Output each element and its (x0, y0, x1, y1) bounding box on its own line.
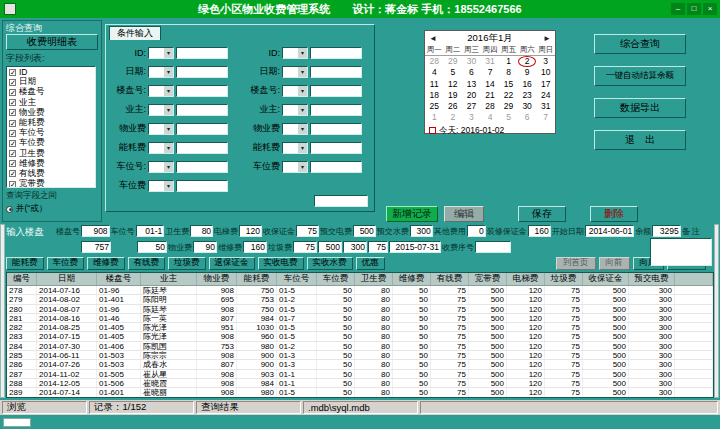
fee-button[interactable]: 实收电费 (258, 257, 304, 270)
operator-combo[interactable]: ▾ (148, 180, 174, 192)
operator-combo[interactable]: ▾ (282, 104, 308, 116)
fee-button[interactable]: 垃圾费 (168, 257, 206, 270)
condition-input[interactable] (310, 47, 362, 59)
calendar-day[interactable]: 25 (425, 101, 444, 112)
join-mode-radio[interactable]: 并(“或） (3, 202, 101, 216)
operator-combo[interactable]: ▾ (148, 123, 174, 135)
table-row[interactable]: 2852014-06-1101-503陈宗宗90890001-350805075… (7, 351, 713, 360)
calendar-day[interactable]: 16 (518, 79, 537, 90)
table-row[interactable]: 2822014-08-2501-405陈光泽951103001-55080507… (7, 323, 713, 332)
calendar-day[interactable]: 29 (499, 101, 518, 112)
condition-input[interactable] (310, 161, 362, 173)
calendar-day[interactable]: 28 (481, 101, 500, 112)
field-checkbox-list[interactable]: ✓ID✓日期✓楼盘号✓业主✓物业费✓能耗费✓车位号✓车位费✓卫生费✓维修费✓有线… (6, 66, 96, 188)
fee-button[interactable]: 有线费 (128, 257, 166, 270)
right-scrollbar[interactable] (714, 224, 719, 398)
condition-input[interactable] (310, 66, 362, 78)
condition-input[interactable] (176, 180, 228, 192)
fee-input[interactable]: 75 (293, 241, 317, 253)
calendar-day[interactable]: 24 (536, 90, 555, 101)
condition-input[interactable] (176, 142, 228, 154)
calendar-day[interactable]: 27 (462, 101, 481, 112)
calendar-day[interactable]: 30 (518, 101, 537, 112)
operator-combo[interactable]: ▾ (282, 161, 308, 173)
fee-input[interactable]: 3295 (652, 225, 681, 237)
operator-combo[interactable]: ▾ (282, 85, 308, 97)
calendar-today-row[interactable]: 今天: 2016-01-02 (425, 124, 555, 138)
operator-combo[interactable]: ▾ (148, 104, 174, 116)
operator-combo[interactable]: ▾ (148, 85, 174, 97)
fee-input[interactable]: 908 (81, 225, 110, 237)
calendar-day[interactable]: 30 (462, 56, 481, 67)
calendar-day[interactable]: 1 (499, 56, 518, 67)
calendar-day[interactable]: 9 (518, 67, 537, 78)
table-body[interactable]: 2782014-07-1601-96陈廷琴90875001-5508050755… (7, 286, 713, 398)
calendar-day[interactable]: 4 (481, 112, 500, 123)
fee-input[interactable]: 01-1 (136, 225, 165, 237)
table-row[interactable]: 2892014-07-1401-601崔晓丽90898001-550805075… (7, 388, 713, 397)
operator-combo[interactable]: ▾ (282, 47, 308, 59)
calendar-day[interactable]: 13 (462, 79, 481, 90)
condition-input[interactable] (176, 123, 228, 135)
left-scrollbar[interactable] (0, 224, 5, 398)
calendar-day[interactable]: 22 (499, 90, 518, 101)
calendar-day[interactable]: 7 (481, 67, 500, 78)
calendar-day[interactable]: 11 (425, 79, 444, 90)
calendar-day[interactable]: 29 (444, 56, 463, 67)
calendar-day[interactable]: 14 (481, 79, 500, 90)
calendar-day[interactable]: 5 (499, 112, 518, 123)
calendar-day[interactable]: 5 (444, 67, 463, 78)
calendar-day[interactable]: 10 (536, 67, 555, 78)
save-button[interactable]: 保存 (518, 206, 566, 222)
calendar-day[interactable]: 2 (444, 112, 463, 123)
calendar-day[interactable]: 6 (462, 67, 481, 78)
calendar-day[interactable]: 26 (444, 101, 463, 112)
operator-combo[interactable]: ▾ (148, 142, 174, 154)
table-row[interactable]: 2842014-07-3001-406陈凯国75398001-250805075… (7, 342, 713, 351)
fee-input[interactable]: 300 (343, 241, 367, 253)
fee-input[interactable]: 0 (467, 225, 486, 237)
add-record-button[interactable]: 新增记录 (386, 206, 438, 222)
fee-button[interactable]: 退保证金 (209, 257, 255, 270)
calendar-day[interactable]: 18 (425, 90, 444, 101)
table-row[interactable]: 2882014-12-0501-506崔晓霞90898401-150805075… (7, 379, 713, 388)
calendar-day[interactable]: 6 (518, 112, 537, 123)
table-row[interactable]: 2792014-08-0201-401陈阳明69575301-250805075… (7, 295, 713, 304)
fee-input[interactable]: 75 (296, 225, 319, 237)
prev-record-button[interactable]: 向前 (599, 257, 630, 270)
condition-input[interactable] (176, 161, 228, 173)
minimize-button[interactable]: – (671, 3, 685, 15)
fee-button[interactable]: 能耗费 (6, 257, 44, 270)
condition-input[interactable] (176, 47, 228, 59)
calendar-day[interactable]: 8 (499, 67, 518, 78)
edit-button[interactable]: 编辑 (444, 206, 484, 222)
table-row[interactable]: 2802014-08-0701-96陈廷琴90875001-5508050755… (7, 305, 713, 314)
calendar-day[interactable]: 3 (462, 112, 481, 123)
calendar-day[interactable]: 4 (425, 67, 444, 78)
condition-input[interactable] (310, 85, 362, 97)
calendar-day[interactable]: 7 (536, 112, 555, 123)
condition-input[interactable] (310, 142, 362, 154)
fee-button[interactable]: 优惠 (356, 257, 385, 270)
operator-combo[interactable]: ▾ (282, 123, 308, 135)
fee-input[interactable]: 500 (318, 241, 342, 253)
calendar-day[interactable]: 3 (536, 56, 555, 67)
calendar-day[interactable]: 1 (425, 112, 444, 123)
fee-button[interactable]: 维修费 (87, 257, 125, 270)
calendar-day[interactable]: 2 (518, 56, 537, 67)
calendar-day[interactable]: 31 (481, 56, 500, 67)
table-row[interactable]: 2862014-07-2601-503成春水80790001-350805075… (7, 360, 713, 369)
fee-button[interactable]: 车位费 (47, 257, 85, 270)
calendar-day[interactable]: 28 (425, 56, 444, 67)
calendar-day[interactable]: 12 (444, 79, 463, 90)
comprehensive-query-button[interactable]: 综合查询 (594, 34, 686, 54)
fee-detail-table-button[interactable]: 收费明细表 (6, 34, 98, 50)
fee-input[interactable]: 500 (353, 225, 376, 237)
calendar-prev-icon[interactable]: ◄ (425, 34, 441, 43)
fee-input[interactable]: 120 (239, 225, 262, 237)
calendar-day[interactable]: 23 (518, 90, 537, 101)
condition-input[interactable] (310, 104, 362, 116)
table-row[interactable]: 2872014-11-0201-505崔从星90890301-150805075… (7, 370, 713, 379)
delete-button[interactable]: 删除 (590, 206, 638, 222)
calendar-day[interactable]: 21 (481, 90, 500, 101)
